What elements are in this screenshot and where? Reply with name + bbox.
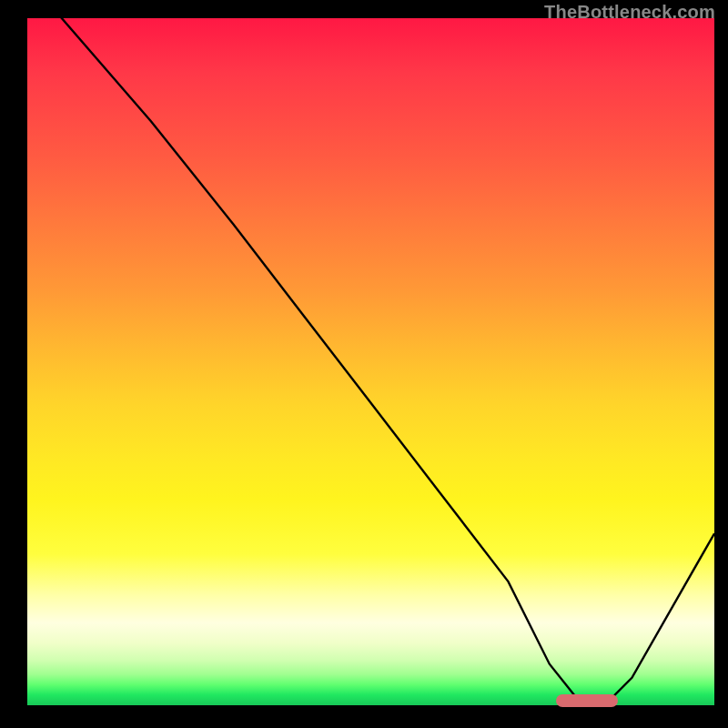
watermark-text: TheBottleneck.com	[544, 2, 715, 23]
bottleneck-chart: TheBottleneck.com	[0, 0, 728, 728]
plot-background-gradient	[27, 18, 714, 705]
optimal-range-marker	[556, 694, 618, 707]
